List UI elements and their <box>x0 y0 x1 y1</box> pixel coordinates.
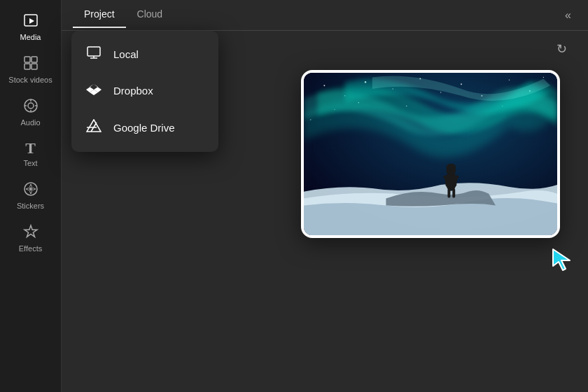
audio-icon <box>23 98 38 115</box>
svg-rect-44 <box>452 188 455 198</box>
svg-rect-3 <box>31 57 37 62</box>
svg-marker-20 <box>87 120 101 132</box>
sidebar-item-text-label: Text <box>23 159 37 167</box>
svg-point-34 <box>543 77 544 78</box>
image-preview <box>301 70 560 238</box>
sidebar-item-stickers[interactable]: Stickers <box>0 174 61 217</box>
effects-icon <box>23 224 38 241</box>
sidebar-item-media-label: Media <box>20 33 41 41</box>
sidebar-item-effects[interactable]: Effects <box>0 217 61 260</box>
upload-dropdown: Local Dropbox Google Drive <box>71 31 218 152</box>
svg-rect-14 <box>88 47 100 56</box>
main-panel: Project Cloud « Upload ▲ ↻ Local <box>62 0 588 392</box>
tabs-bar: Project Cloud « <box>62 0 588 31</box>
stickers-icon <box>23 181 38 199</box>
svg-rect-2 <box>24 57 30 62</box>
sidebar-item-stickers-label: Stickers <box>17 202 44 210</box>
tab-cloud[interactable]: Cloud <box>126 3 174 28</box>
svg-point-32 <box>509 80 510 81</box>
tabs-collapse-button[interactable]: « <box>559 6 577 24</box>
text-icon: T <box>25 141 36 156</box>
svg-rect-4 <box>24 64 30 69</box>
local-icon <box>85 46 102 62</box>
stock-icon <box>23 55 38 73</box>
svg-point-42 <box>447 164 456 171</box>
sidebar-item-text[interactable]: T Text <box>0 134 61 174</box>
svg-rect-5 <box>31 64 37 69</box>
svg-point-24 <box>323 85 325 86</box>
dropbox-icon <box>85 82 102 99</box>
dropdown-item-googledrive-label: Google Drive <box>113 122 175 134</box>
dropdown-item-dropbox[interactable]: Dropbox <box>71 72 218 109</box>
sidebar-item-stock-label: Stock videos <box>8 76 52 84</box>
image-preview-container <box>301 70 560 238</box>
media-icon <box>23 13 38 30</box>
sidebar-item-media[interactable]: Media <box>0 6 61 48</box>
svg-marker-1 <box>29 18 34 24</box>
dropdown-item-local-label: Local <box>113 48 139 60</box>
svg-marker-45 <box>553 249 570 270</box>
sidebar-item-stock[interactable]: Stock videos <box>0 48 61 91</box>
svg-marker-13 <box>24 225 37 237</box>
dropdown-item-dropbox-label: Dropbox <box>113 85 153 97</box>
googledrive-icon <box>85 119 102 136</box>
dropdown-item-googledrive[interactable]: Google Drive <box>71 109 218 146</box>
refresh-button[interactable]: ↻ <box>556 41 567 57</box>
tab-project[interactable]: Project <box>73 3 126 28</box>
sidebar-item-audio[interactable]: Audio <box>0 91 61 134</box>
svg-point-7 <box>28 103 34 108</box>
sidebar-item-audio-label: Audio <box>20 118 40 127</box>
dropdown-item-local[interactable]: Local <box>71 36 218 72</box>
svg-point-29 <box>440 92 442 93</box>
sidebar: Media Stock videos Audio <box>0 0 62 392</box>
aurora-bg <box>304 73 557 235</box>
svg-rect-43 <box>447 188 450 198</box>
sidebar-item-effects-label: Effects <box>19 244 42 253</box>
svg-point-30 <box>461 83 462 85</box>
